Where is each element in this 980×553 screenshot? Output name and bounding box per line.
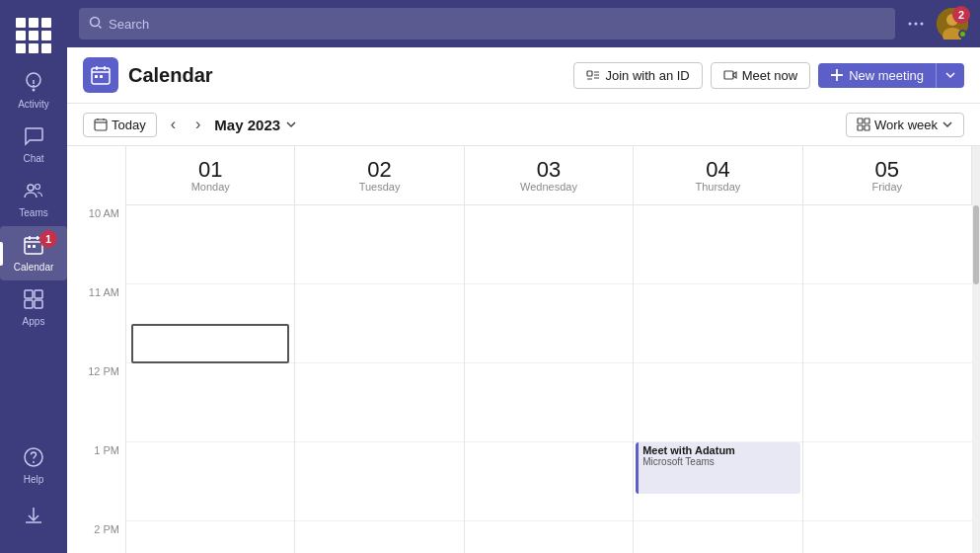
selected-slot <box>131 324 289 363</box>
svg-point-0 <box>33 89 36 92</box>
time-slot-11am: 11 AM <box>67 284 125 363</box>
day-header-tue: 02 Tuesday <box>295 146 464 204</box>
meet-now-button[interactable]: Meet now <box>711 62 810 89</box>
sidebar: Activity Chat Teams <box>0 0 67 553</box>
svg-point-3 <box>36 185 40 190</box>
svg-point-15 <box>915 23 918 26</box>
download-icon <box>23 505 44 529</box>
search-box[interactable]: Search <box>79 8 895 40</box>
hour-1pm-wed[interactable] <box>465 442 633 521</box>
svg-point-14 <box>909 23 912 26</box>
avatar-wrapper[interactable]: 2 <box>937 8 968 40</box>
notification-badge: 2 <box>952 6 970 24</box>
prev-button[interactable]: ‹ <box>165 112 182 137</box>
activity-icon <box>23 71 44 96</box>
hour-12pm-mon[interactable] <box>126 363 294 442</box>
svg-rect-25 <box>95 119 107 130</box>
hour-11am-thu[interactable] <box>634 284 801 363</box>
hour-11am-wed[interactable] <box>465 284 633 363</box>
event-title: Meet with Adatum <box>642 444 795 456</box>
event-meet-adatum[interactable]: Meet with Adatum Microsoft Teams <box>636 442 799 494</box>
sidebar-item-chat[interactable]: Chat <box>0 118 67 172</box>
day-col-tue[interactable] <box>295 205 464 553</box>
sidebar-item-apps-grid[interactable] <box>0 8 67 63</box>
hour-10am-tue[interactable] <box>295 205 463 284</box>
sidebar-item-label-chat: Chat <box>23 153 43 164</box>
days-area: 01 Monday 02 Tuesday 03 Wednesday 04 Thu… <box>126 146 972 553</box>
day-col-fri[interactable] <box>803 205 972 553</box>
chat-icon <box>23 125 44 150</box>
month-label[interactable]: May 2023 <box>214 117 298 133</box>
day-num-03: 03 <box>537 159 561 181</box>
day-col-thu[interactable]: Meet with Adatum Microsoft Teams <box>634 205 802 553</box>
svg-point-2 <box>28 185 34 191</box>
online-status-dot <box>958 30 967 39</box>
hour-10am-thu[interactable] <box>634 205 801 284</box>
hour-12pm-wed[interactable] <box>465 363 633 442</box>
day-col-mon[interactable] <box>126 205 295 553</box>
sidebar-item-label-calendar: Calendar <box>14 262 54 273</box>
svg-point-12 <box>33 461 35 463</box>
hour-12pm-thu[interactable] <box>634 363 801 442</box>
apps-icon <box>23 288 44 313</box>
hour-2pm-wed[interactable] <box>465 521 633 553</box>
day-header-thu: 04 Thursday <box>634 146 802 204</box>
days-body[interactable]: Meet with Adatum Microsoft Teams <box>126 205 972 553</box>
scrollbar-track[interactable] <box>972 146 980 553</box>
scrollbar-thumb[interactable] <box>973 205 979 284</box>
svg-rect-24 <box>724 71 733 79</box>
search-icon <box>89 16 103 33</box>
calendar-icon-box <box>83 57 118 93</box>
sidebar-item-teams[interactable]: Teams <box>0 172 67 226</box>
hour-11am-tue[interactable] <box>295 284 463 363</box>
sidebar-item-label-teams: Teams <box>19 207 47 218</box>
sidebar-item-label-apps: Apps <box>23 316 45 327</box>
time-slot-2pm: 2 PM <box>67 521 125 553</box>
svg-rect-6 <box>33 245 36 248</box>
sidebar-item-download[interactable] <box>0 497 67 537</box>
hour-2pm-fri[interactable] <box>803 521 972 553</box>
view-selector-button[interactable]: Work week <box>846 113 964 137</box>
day-num-01: 01 <box>198 159 222 181</box>
sidebar-item-help[interactable]: Help <box>0 438 67 493</box>
hour-1pm-fri[interactable] <box>803 442 972 521</box>
hour-2pm-mon[interactable] <box>126 521 294 553</box>
hour-12pm-tue[interactable] <box>295 363 463 442</box>
search-placeholder: Search <box>109 17 149 32</box>
today-label: Today <box>112 118 146 132</box>
hour-10am-fri[interactable] <box>803 205 972 284</box>
day-name-thu: Thursday <box>695 181 740 193</box>
more-options-button[interactable] <box>903 11 929 37</box>
svg-rect-28 <box>858 125 863 130</box>
calendar-grid: 10 AM 11 AM 12 PM 1 PM 2 PM 01 Monday 02… <box>67 146 980 553</box>
time-slot-12pm: 12 PM <box>67 363 125 442</box>
svg-point-1 <box>33 85 35 87</box>
time-slot-10am: 10 AM <box>67 205 125 284</box>
time-column: 10 AM 11 AM 12 PM 1 PM 2 PM <box>67 146 126 553</box>
time-slot-1pm: 1 PM <box>67 442 125 521</box>
calendar-title: Calendar <box>128 64 213 87</box>
hour-10am-wed[interactable] <box>465 205 633 284</box>
today-button[interactable]: Today <box>83 113 157 137</box>
hour-11am-mon[interactable] <box>126 284 294 363</box>
hour-12pm-fri[interactable] <box>803 363 972 442</box>
sidebar-item-label-help: Help <box>24 474 44 485</box>
next-button[interactable]: › <box>189 112 206 137</box>
new-meeting-button[interactable]: New meeting <box>818 63 936 88</box>
hour-1pm-tue[interactable] <box>295 442 463 521</box>
day-name-fri: Friday <box>872 181 903 193</box>
new-meeting-dropdown-button[interactable] <box>936 63 964 88</box>
top-bar: Search 2 <box>67 0 980 47</box>
sidebar-item-apps[interactable]: Apps <box>0 280 67 335</box>
hour-2pm-thu[interactable] <box>634 521 801 553</box>
hour-1pm-mon[interactable] <box>126 442 294 521</box>
join-with-id-button[interactable]: Join with an ID <box>573 62 702 89</box>
hour-2pm-tue[interactable] <box>295 521 463 553</box>
hour-11am-fri[interactable] <box>803 284 972 363</box>
sidebar-item-activity[interactable]: Activity <box>0 63 67 118</box>
hour-10am-mon[interactable] <box>126 205 294 284</box>
calendar-header: Calendar Join with an ID Meet now <box>67 47 980 104</box>
sidebar-item-calendar[interactable]: Calendar 1 <box>0 226 67 280</box>
day-col-wed[interactable] <box>465 205 634 553</box>
svg-rect-7 <box>25 290 33 298</box>
